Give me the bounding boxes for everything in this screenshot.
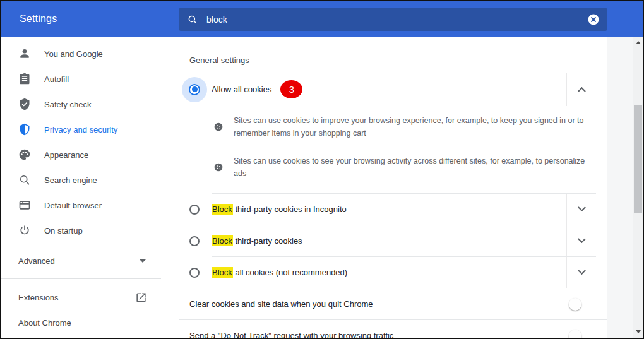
vertical-scrollbar[interactable] [633, 37, 643, 338]
toggle-switch-off[interactable] [571, 300, 593, 309]
sidebar-item-privacy-and-security[interactable]: Privacy and security [1, 117, 179, 142]
content-background [607, 37, 633, 338]
toggle-label: Clear cookies and site data when you qui… [189, 299, 373, 309]
sidebar-item-label: Appearance [44, 150, 88, 160]
cookies-settings-card: General settings Allow all cookies 3 Sit… [179, 37, 607, 338]
browser-window-icon [18, 199, 31, 211]
radio-label: Block third-party cookies [212, 236, 302, 246]
toggle-thumb [569, 330, 581, 338]
expand-button[interactable] [566, 225, 596, 256]
toggle-label: Send a "Do Not Track" request with your … [189, 331, 393, 338]
collapse-button[interactable] [566, 73, 596, 106]
sidebar-item-label: Default browser [44, 201, 102, 210]
radio-row-allow-all-cookies[interactable]: Allow all cookies 3 [179, 73, 607, 106]
radio-unselected[interactable] [189, 205, 200, 215]
radio-label: Block all cookies (not recommended) [212, 268, 347, 277]
main-content: General settings Allow all cookies 3 Sit… [179, 37, 643, 338]
annotation-badge: 3 [280, 80, 302, 98]
radio-on-icon [189, 84, 200, 95]
search-icon [18, 174, 31, 186]
radio-unselected[interactable] [189, 268, 200, 278]
page-title: Settings [20, 13, 57, 25]
sidebar-item-label: Privacy and security [44, 125, 117, 134]
palette-icon [18, 148, 31, 161]
sidebar-item-label: On startup [44, 226, 83, 235]
search-input[interactable] [206, 15, 588, 25]
toggle-thumb [569, 298, 581, 311]
description-text: Sites can use cookies to see your browsi… [234, 155, 596, 180]
expand-button[interactable] [566, 257, 596, 288]
advanced-label: Advanced [18, 256, 55, 266]
cookie-icon [213, 162, 224, 172]
sidebar-item-about-chrome[interactable]: About Chrome [1, 310, 179, 335]
sidebar-item-search-engine[interactable]: Search engine [1, 167, 179, 193]
cookie-icon [213, 122, 224, 132]
search-highlight: Block [212, 267, 233, 278]
radio-unselected[interactable] [189, 236, 200, 246]
chrome-settings-window: Settings You and Google Autofill [0, 0, 644, 339]
privacy-shield-icon [18, 123, 31, 136]
safety-check-shield-icon [18, 98, 31, 110]
scroll-down-arrow-icon[interactable] [636, 330, 641, 333]
chevron-up-icon [578, 87, 586, 95]
external-link-icon [135, 292, 147, 304]
radio-label: Allow all cookies [212, 85, 271, 94]
extensions-label: Extensions [18, 293, 59, 302]
clear-circle-icon [588, 14, 599, 25]
toggle-row-do-not-track[interactable]: Send a "Do Not Track" request with your … [179, 320, 607, 338]
sidebar-item-on-startup[interactable]: On startup [1, 218, 179, 243]
person-icon [18, 47, 31, 60]
toggle-switch-off[interactable] [571, 331, 593, 338]
radio-row-block-third-party-incognito[interactable]: Block third-party cookies in Incognito [179, 194, 607, 225]
search-highlight: Block [212, 235, 233, 246]
expand-button[interactable] [566, 194, 596, 225]
power-icon [18, 224, 31, 237]
scroll-up-arrow-icon[interactable] [636, 41, 641, 44]
radio-label: Block third-party cookies in Incognito [212, 205, 347, 214]
sidebar-item-autofill[interactable]: Autofill [1, 66, 179, 92]
header-bar: Settings [1, 1, 643, 37]
sidebar-item-default-browser[interactable]: Default browser [1, 193, 179, 218]
autofill-icon [18, 73, 31, 85]
list-item: Sites can use cookies to see your browsi… [213, 155, 596, 180]
sidebar-item-label: Search engine [44, 175, 97, 185]
allow-cookies-descriptions: Sites can use cookies to improve your br… [179, 106, 607, 193]
radio-row-block-third-party[interactable]: Block third-party cookies [179, 225, 607, 256]
chevron-down-icon [578, 235, 586, 243]
chevron-down-icon [140, 259, 146, 263]
description-text: Sites can use cookies to improve your br… [234, 114, 596, 140]
sidebar: You and Google Autofill Safety check Pri… [1, 37, 179, 338]
clear-search-button[interactable] [588, 14, 599, 25]
toggle-row-clear-cookies-on-quit[interactable]: Clear cookies and site data when you qui… [179, 288, 607, 319]
sidebar-item-advanced[interactable]: Advanced [1, 248, 179, 273]
sidebar-divider [1, 278, 161, 279]
sidebar-item-label: You and Google [44, 49, 103, 59]
about-chrome-label: About Chrome [18, 318, 71, 328]
sidebar-item-appearance[interactable]: Appearance [1, 142, 179, 167]
sidebar-item-extensions[interactable]: Extensions [1, 285, 179, 310]
sidebar-item-you-and-google[interactable]: You and Google [1, 41, 179, 66]
radio-selected[interactable] [182, 77, 207, 102]
list-item: Sites can use cookies to improve your br… [213, 114, 596, 140]
scrollbar-thumb[interactable] [634, 105, 642, 213]
sidebar-item-safety-check[interactable]: Safety check [1, 92, 179, 117]
sidebar-item-label: Safety check [44, 100, 91, 109]
settings-search-box[interactable] [179, 8, 607, 31]
sidebar-item-label: Autofill [44, 74, 69, 84]
search-highlight: Block [212, 204, 233, 215]
search-icon [187, 14, 198, 25]
chevron-down-icon [578, 203, 586, 211]
section-title: General settings [189, 56, 607, 65]
chevron-down-icon [578, 266, 586, 275]
radio-row-block-all-cookies[interactable]: Block all cookies (not recommended) [179, 257, 607, 288]
